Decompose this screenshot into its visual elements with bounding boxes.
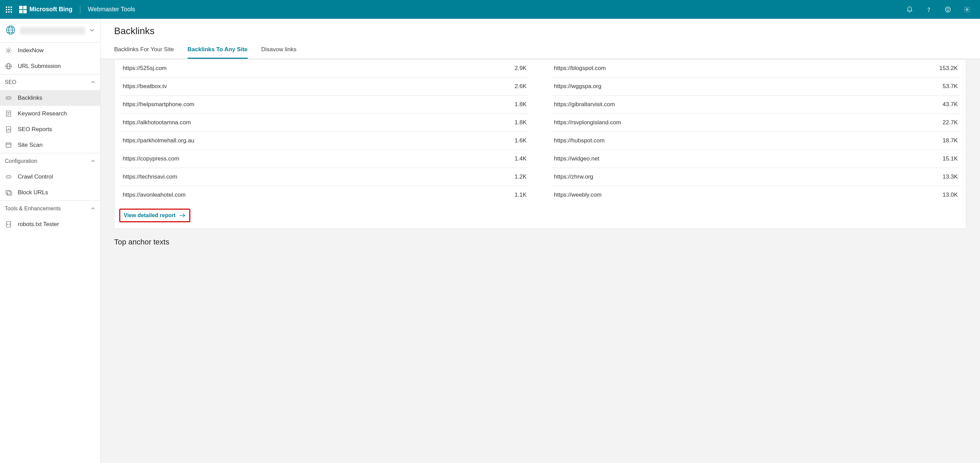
list-row[interactable]: https://weebly.com13.0K — [551, 186, 961, 204]
list-row[interactable]: https://alkhotootamna.com1.8K — [120, 114, 529, 132]
svg-rect-9 — [19, 6, 22, 9]
feedback-icon[interactable] — [942, 3, 954, 16]
svg-rect-8 — [11, 11, 12, 13]
site-picker[interactable] — [0, 19, 100, 43]
view-detailed-report-label: View detailed report — [124, 212, 176, 219]
sidebar-item-label: Crawl Control — [18, 173, 53, 180]
notifications-icon[interactable] — [904, 3, 916, 16]
top-bar-right — [904, 3, 977, 16]
sidebar-item-backlinks[interactable]: Backlinks — [0, 90, 100, 106]
sidebar-group-seo[interactable]: SEO — [0, 74, 100, 90]
svg-rect-3 — [6, 9, 7, 10]
sidebar-item-indexnow[interactable]: IndexNow — [0, 43, 100, 59]
main-header: Backlinks Backlinks For Your Site Backli… — [100, 19, 980, 59]
svg-rect-5 — [11, 9, 12, 10]
svg-point-13 — [928, 11, 929, 11]
tab-backlinks-to-any-site[interactable]: Backlinks To Any Site — [188, 43, 248, 59]
app-launcher-icon[interactable] — [3, 4, 14, 15]
sidebar-item-seo-reports[interactable]: SEO Reports — [0, 122, 100, 137]
globe-icon — [5, 62, 12, 70]
row-count: 153.2K — [939, 65, 958, 72]
svg-rect-12 — [23, 10, 27, 13]
list-row[interactable]: https://avonleahotel.com1.1K — [120, 186, 529, 204]
row-url: https://hubspot.com — [554, 137, 605, 144]
sidebar-group-tools[interactable]: Tools & Enhancements — [0, 200, 100, 216]
sidebar-item-robots-tester[interactable]: robots.txt Tester — [0, 216, 100, 232]
svg-rect-2 — [11, 6, 12, 8]
svg-point-16 — [948, 8, 949, 9]
svg-rect-0 — [6, 6, 7, 8]
sidebar-item-url-submission[interactable]: URL Submission — [0, 59, 100, 74]
list-row[interactable]: https://widgeo.net15.1K — [551, 150, 961, 168]
row-count: 2.6K — [515, 83, 527, 90]
list-row[interactable]: https://helpsmartphone.com1.8K — [120, 96, 529, 114]
sidebar-item-site-scan[interactable]: Site Scan — [0, 137, 100, 153]
tab-backlinks-for-your-site[interactable]: Backlinks For Your Site — [114, 43, 174, 59]
link-icon — [5, 173, 12, 181]
list-row[interactable]: https://blogspot.com153.2K — [551, 59, 961, 78]
brand-text: Microsoft Bing — [29, 6, 72, 13]
divider — [80, 6, 80, 13]
row-url: https://copypress.com — [123, 155, 179, 162]
sidebar-item-label: SEO Reports — [18, 126, 52, 133]
svg-rect-27 — [7, 192, 12, 195]
row-count: 1.8K — [515, 119, 527, 126]
row-count: 2.9K — [515, 65, 527, 72]
row-count: 1.8K — [515, 101, 527, 108]
settings-icon[interactable] — [961, 3, 973, 16]
sidebar-item-label: Block URLs — [18, 189, 48, 196]
site-name — [20, 27, 85, 35]
list-row[interactable]: https://beatbox.tv2.6K — [120, 78, 529, 96]
sidebar-item-crawl-control[interactable]: Crawl Control — [0, 169, 100, 185]
main-content: Backlinks Backlinks For Your Site Backli… — [100, 19, 980, 463]
svg-rect-26 — [6, 190, 11, 194]
sidebar-group-label: SEO — [5, 79, 16, 86]
sidebar-group-configuration[interactable]: Configuration — [0, 153, 100, 169]
sidebar-item-label: IndexNow — [18, 47, 44, 54]
row-url: https://widgeo.net — [554, 155, 599, 162]
sidebar-group-label: Tools & Enhancements — [5, 206, 61, 212]
chevron-down-icon — [89, 27, 95, 34]
list-row[interactable]: https://wggspa.org53.7K — [551, 78, 961, 96]
report-icon — [5, 126, 12, 133]
sidebar-item-block-urls[interactable]: Block URLs — [0, 185, 100, 200]
list-row[interactable]: https://rsvplongisland.com22.7K — [551, 114, 961, 132]
brand[interactable]: Microsoft Bing — [19, 6, 72, 13]
view-detailed-report-link[interactable]: View detailed report — [119, 209, 190, 222]
help-icon[interactable] — [923, 3, 935, 16]
top-anchor-texts-title: Top anchor texts — [114, 238, 966, 247]
block-icon — [5, 189, 12, 196]
sidebar-item-keyword-research[interactable]: Keyword Research — [0, 106, 100, 122]
row-url: https://zhrw.org — [554, 173, 593, 180]
row-url: https://avonleahotel.com — [123, 192, 186, 198]
row-url: https://wggspa.org — [554, 83, 601, 90]
sidebar-item-label: Backlinks — [18, 95, 42, 101]
top-bar: Microsoft Bing Webmaster Tools — [0, 0, 980, 19]
chevron-up-icon — [91, 80, 95, 85]
list-row[interactable]: https://525sj.com2.9K — [120, 59, 529, 78]
list-row[interactable]: https://copypress.com1.4K — [120, 150, 529, 168]
globe-icon — [5, 25, 16, 36]
sidebar-item-label: Keyword Research — [18, 110, 67, 117]
row-url: https://525sj.com — [123, 65, 167, 72]
svg-rect-10 — [23, 6, 27, 9]
row-count: 1.2K — [515, 173, 527, 180]
list-row[interactable]: https://parkholmehall.org.au1.6K — [120, 132, 529, 150]
gear-icon — [5, 47, 12, 54]
sidebar-item-label: robots.txt Tester — [18, 221, 59, 228]
product-name[interactable]: Webmaster Tools — [88, 6, 135, 13]
list-row[interactable]: https://technsavi.com1.2K — [120, 168, 529, 186]
arrow-right-icon — [179, 213, 186, 218]
svg-point-15 — [947, 8, 948, 9]
row-count: 22.7K — [943, 119, 958, 126]
top-bar-left: Microsoft Bing Webmaster Tools — [3, 4, 135, 15]
list-row[interactable]: https://hubspot.com18.7K — [551, 132, 961, 150]
page-title: Backlinks — [114, 25, 966, 36]
row-url: https://alkhotootamna.com — [123, 119, 191, 126]
sidebar-group-label: Configuration — [5, 158, 37, 164]
list-row[interactable]: https://gibraltarvisit.com43.7K — [551, 96, 961, 114]
list-row[interactable]: https://zhrw.org13.3K — [551, 168, 961, 186]
tab-disavow-links[interactable]: Disavow links — [261, 43, 297, 59]
svg-rect-6 — [6, 11, 7, 13]
document-icon — [5, 110, 12, 117]
